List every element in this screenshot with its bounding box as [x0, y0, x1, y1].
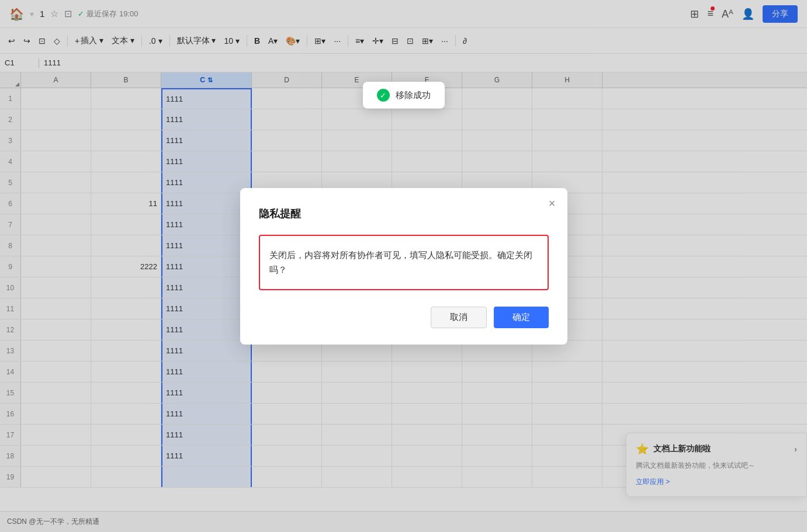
- privacy-modal: 隐私提醒 × 关闭后，内容将对所有协作者可见，填写人隐私可能受损。确定关闭吗？ …: [240, 188, 567, 345]
- toast: ✓ 移除成功: [363, 82, 445, 109]
- modal-backdrop: 隐私提醒 × 关闭后，内容将对所有协作者可见，填写人隐私可能受损。确定关闭吗？ …: [0, 0, 807, 532]
- modal-close-button[interactable]: ×: [549, 197, 556, 209]
- toast-check-icon: ✓: [377, 89, 390, 102]
- modal-content: 关闭后，内容将对所有协作者可见，填写人隐私可能受损。确定关闭吗？: [259, 235, 549, 290]
- cancel-button[interactable]: 取消: [431, 307, 487, 328]
- modal-title: 隐私提醒: [259, 207, 549, 221]
- modal-actions: 取消 确定: [259, 307, 549, 328]
- modal-content-text: 关闭后，内容将对所有协作者可见，填写人隐私可能受损。确定关闭吗？: [269, 250, 532, 275]
- toast-message: 移除成功: [396, 90, 431, 101]
- confirm-button[interactable]: 确定: [494, 307, 549, 328]
